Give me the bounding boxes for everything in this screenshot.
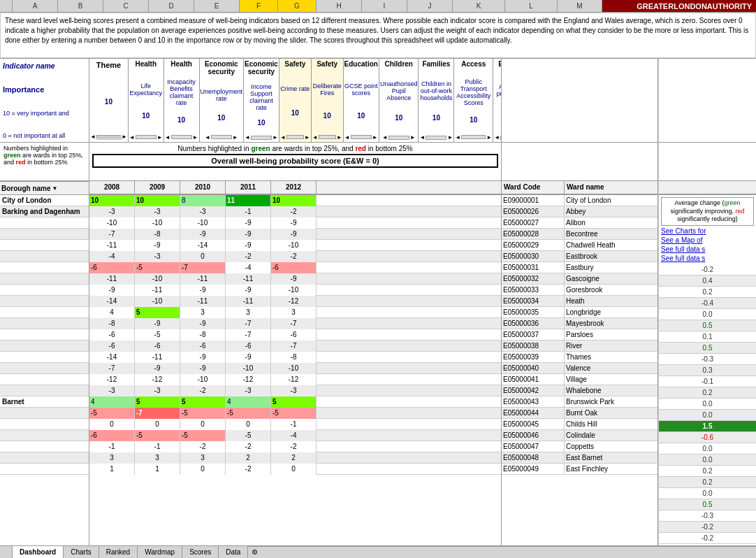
data-cell: -2: [226, 251, 271, 262]
e1-slider-left[interactable]: ◄: [205, 134, 210, 141]
fa-slider-right[interactable]: ►: [447, 134, 453, 141]
data-cell: -9: [226, 217, 271, 229]
data-cell: -9: [180, 285, 226, 296]
avg-cell: 0.2: [659, 466, 756, 477]
avg-change-box: Average change (green significantly impr…: [661, 197, 754, 226]
edu-slider-right[interactable]: ►: [372, 134, 378, 141]
avg-cell: 0.0: [659, 399, 756, 410]
ward-name-cell: Abbey: [565, 206, 657, 217]
tab-data[interactable]: Data: [219, 546, 248, 558]
data-cell: -6: [180, 341, 226, 352]
ward-code-cell: E05000044: [502, 408, 565, 418]
header-theme: Theme 10 ◄ ►: [89, 59, 129, 142]
data-cell: -10: [135, 296, 180, 307]
ward-row: E05000040 Valence: [502, 363, 657, 374]
data-row: -8-9-9-7-7: [89, 318, 501, 329]
avg-cell: 1.5: [659, 421, 756, 432]
tab-charts[interactable]: Charts: [64, 546, 99, 558]
avg-cell: 0.0: [659, 455, 756, 466]
ward-rows: E09000001 City of London E05000026 Abbey…: [502, 195, 657, 558]
tab-scores[interactable]: Scores: [182, 546, 219, 558]
data-cell: -2: [180, 385, 226, 396]
data-row: -6-5-8-7-6: [89, 329, 501, 341]
borough-cell: [0, 229, 89, 240]
e1-slider-right[interactable]: ►: [233, 134, 238, 141]
data-row: -4-30-2-2: [89, 251, 501, 262]
e2-slider-right[interactable]: ►: [272, 134, 278, 141]
data-cell: -9: [226, 240, 271, 251]
s1-slider-right[interactable]: ►: [305, 134, 310, 141]
data-row: -3-3-3-1-2: [89, 206, 501, 217]
data-cell: -12: [271, 296, 317, 307]
data-cell: -6: [89, 341, 135, 352]
tab-ranked[interactable]: Ranked: [99, 546, 138, 558]
ward-code-cell: E05000039: [502, 352, 565, 362]
data-cell: -9: [180, 318, 226, 329]
data-cell: -9: [180, 363, 226, 374]
header-edu: Education GCSE point scores 10 ◄ ►: [344, 59, 379, 142]
s1-slider-left[interactable]: ◄: [280, 134, 286, 141]
data-cell: -10: [271, 240, 317, 251]
data-cell: 3: [135, 452, 180, 464]
ch-slider-left[interactable]: ◄: [382, 134, 388, 141]
data-cell: -10: [271, 363, 317, 374]
borough-cell: [0, 374, 89, 385]
data-cell: 3: [180, 307, 226, 318]
borough-rows: City of LondonBarking and DagenhamBarnet: [0, 195, 89, 475]
data-cell: -12: [89, 374, 135, 385]
edu-slider-left[interactable]: ◄: [344, 134, 350, 141]
indicator-header: Indicator name Importance 10 = very impo…: [0, 59, 89, 143]
ward-row: E05000037 Parsloes: [502, 329, 657, 341]
data-cell: -2: [271, 251, 317, 262]
ward-row: E05000029 Chadwell Heath: [502, 240, 657, 251]
data-cell: -3: [271, 385, 317, 396]
header-children: Children Unauthorised Pupil Absence 10 ◄…: [379, 59, 419, 142]
ward-name-cell: Parsloes: [565, 329, 657, 340]
s2-slider-right[interactable]: ►: [337, 134, 342, 141]
borough-name-header[interactable]: Borough name ▼: [1, 185, 87, 192]
data-cell: 0: [89, 419, 135, 430]
ac-slider-left[interactable]: ◄: [455, 134, 460, 141]
avg-cell: -0.4: [659, 298, 756, 309]
ward-name-cell: Eastbury: [565, 262, 657, 273]
tab-dashboard[interactable]: Dashboard: [13, 546, 64, 558]
s2-slider-left[interactable]: ◄: [312, 134, 318, 141]
h2-slider-right[interactable]: ►: [193, 134, 198, 141]
data-row: 110-20: [89, 464, 501, 475]
data-row: -6-5-7-4-6: [89, 262, 501, 273]
ward-row: E05000047 Coppetts: [502, 441, 657, 452]
see-full-data-2-link[interactable]: See full data s: [661, 255, 754, 262]
data-cell: -9: [135, 318, 180, 329]
avg-cell: -0.2: [659, 533, 756, 544]
data-row: 33322: [89, 452, 501, 464]
en-slider-left[interactable]: ◄: [494, 134, 500, 141]
avg-cell: -0.1: [659, 376, 756, 387]
see-charts-link[interactable]: See Charts for: [661, 227, 754, 235]
h1-slider-left[interactable]: ◄: [129, 134, 135, 141]
tab-wardmap[interactable]: Wardmap: [138, 546, 182, 558]
fa-slider-left[interactable]: ◄: [419, 134, 425, 141]
importance-label: Importance: [3, 85, 86, 94]
col-l: L: [505, 0, 558, 12]
theme-slider-right[interactable]: ►: [122, 134, 127, 140]
theme-slider-left[interactable]: ◄: [90, 134, 96, 140]
ac-slider-right[interactable]: ►: [486, 134, 492, 141]
see-full-data-1-link[interactable]: See full data s: [661, 245, 754, 253]
dropdown-icon[interactable]: ▼: [52, 185, 58, 192]
data-cell: 5: [135, 307, 180, 318]
h1-slider-right[interactable]: ►: [157, 134, 163, 141]
left-data-area: Numbers highlighted in green are wards i…: [0, 143, 89, 558]
data-cell: -4: [89, 251, 135, 262]
e2-slider-left[interactable]: ◄: [245, 134, 250, 141]
data-cell: -5: [271, 408, 317, 419]
ch-slider-right[interactable]: ►: [410, 134, 416, 141]
col-c: C: [103, 0, 149, 12]
data-cell: -9: [226, 285, 271, 296]
data-cell: -5: [89, 408, 135, 419]
ward-row: E05000041 Village: [502, 374, 657, 385]
h2-slider-left[interactable]: ◄: [165, 134, 170, 141]
data-cell: -11: [180, 296, 226, 307]
see-map-link[interactable]: See a Map of: [661, 236, 754, 244]
ward-name-cell: City of London: [565, 195, 657, 206]
data-row: -11-10-11-11-9: [89, 273, 501, 285]
